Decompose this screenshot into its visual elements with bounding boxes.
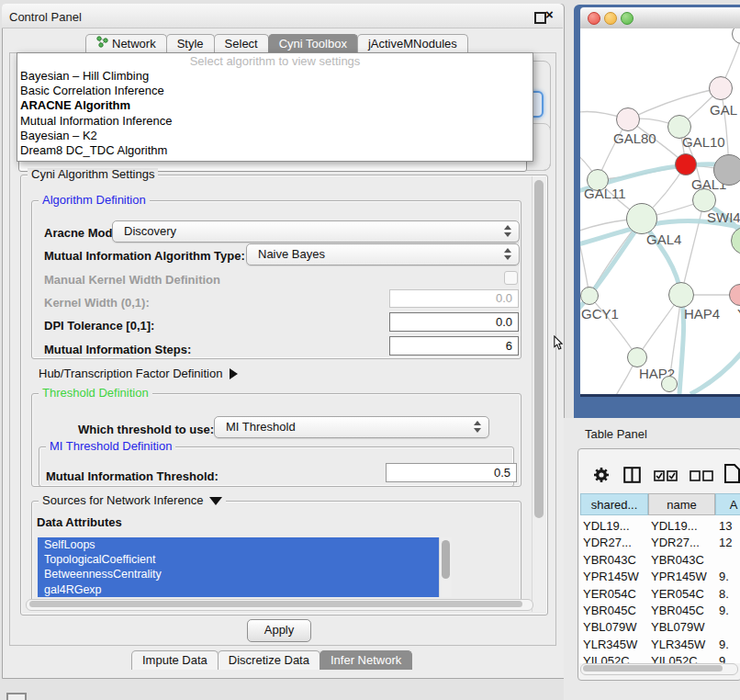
tab-label: Discretize Data	[229, 651, 309, 670]
network-node-unlabeled[interactable]	[661, 376, 678, 392]
collapse-triangle-icon[interactable]	[209, 497, 222, 505]
minimize-traffic-light-icon[interactable]	[604, 12, 617, 25]
table-row[interactable]: YPR145WYPR145W9.	[579, 569, 740, 585]
sources-group-title[interactable]: Sources for Network Inference	[39, 494, 226, 507]
network-node-unlabeled[interactable]	[713, 154, 740, 186]
tab-label: Network	[112, 35, 156, 53]
hub-definition-expander[interactable]: Hub/Transcription Factor Definition	[39, 367, 238, 380]
table-row[interactable]: YDL19...YDL19...13	[579, 518, 740, 535]
export-table-icon[interactable]	[724, 464, 740, 486]
network-window-shadow	[580, 394, 740, 397]
stepper-arrows-icon	[474, 421, 481, 433]
expand-triangle-icon[interactable]	[230, 368, 238, 379]
column-header-shared[interactable]: shared...	[580, 493, 648, 515]
select-all-columns-icon[interactable]	[654, 470, 678, 484]
table-cell: YER054C	[583, 586, 649, 603]
table-row[interactable]: YBL079WYBL079W	[579, 619, 740, 636]
kernel-width-field[interactable]: 0.0	[389, 289, 519, 308]
tab-label: Style	[177, 35, 204, 53]
table-row[interactable]: YIL052CYIL052C9	[579, 653, 740, 663]
aracne-mode-combo[interactable]: Discovery	[112, 220, 520, 243]
table-settings-gear-icon[interactable]	[592, 466, 611, 487]
algorithm-option-aracne-algorithm[interactable]: ARACNE Algorithm	[17, 98, 533, 113]
settings-hscrollbar[interactable]	[26, 599, 533, 611]
table-row[interactable]: YDR27...YDR27...12	[579, 535, 740, 551]
maximize-traffic-light-icon[interactable]	[621, 12, 633, 25]
tab-jactivemnodules[interactable]: jActiveMNodules	[357, 34, 468, 53]
algorithm-option-bayesian-hill-climbing[interactable]: Bayesian – Hill Climbing	[17, 69, 533, 84]
table-cell	[719, 619, 740, 636]
dpi-tolerance-field[interactable]: 0.0	[389, 312, 519, 332]
attribute-item-betweennesscentrality[interactable]: BetweennessCentrality	[38, 567, 439, 581]
network-node-label: GAL80	[613, 130, 656, 146]
bottom-tab-bar: Impute DataDiscretize DataInfer Network	[132, 649, 412, 670]
algorithm-option-mutual-information-inference[interactable]: Mutual Information Inference	[17, 114, 533, 129]
column-header-a[interactable]: A	[715, 493, 740, 515]
mi-type-combo[interactable]: Naive Bayes	[246, 243, 520, 265]
control-panel-titlebar	[2, 4, 563, 28]
algorithm-option-bayesian-k2[interactable]: Bayesian – K2	[17, 129, 533, 143]
network-node-label: GAL4	[646, 231, 681, 247]
split-columns-icon[interactable]	[623, 467, 641, 486]
table-row[interactable]: YBR043CYBR043C	[579, 552, 740, 569]
tab-infer-network[interactable]: Infer Network	[320, 650, 412, 670]
table-cell: YLR345W	[583, 637, 649, 653]
hub-definition-label: Hub/Transcription Factor Definition	[39, 367, 222, 380]
apply-button[interactable]: Apply	[247, 619, 311, 642]
table-cell: YBL079W	[583, 619, 649, 636]
table-cell: YBR043C	[583, 552, 649, 569]
manual-kernel-checkbox[interactable]	[504, 271, 518, 285]
algorithm-popup-prompt: Select algorithm to view settings	[17, 54, 533, 69]
aracne-mode-value: Discovery	[124, 221, 176, 242]
deselect-all-columns-icon[interactable]	[690, 470, 713, 484]
attribute-item-gal4rgexp[interactable]: gal4RGexp	[38, 582, 439, 597]
table-cell: YDR27...	[651, 535, 716, 551]
network-canvas[interactable]: GALGAL80GAL10GAL1GAL11SWI4GAL4GCY1HAP4YH…	[580, 28, 740, 394]
table-row[interactable]: YBR045CYBR045C9.	[579, 603, 740, 619]
algorithm-option-dream8-dc-tdc-algorithm[interactable]: Dream8 DC_TDC Algorithm	[17, 143, 533, 158]
network-node-gal1[interactable]	[675, 153, 697, 175]
tab-label: Infer Network	[331, 651, 401, 670]
tab-style[interactable]: Style	[166, 34, 215, 53]
data-attributes-list: SelfLoopsTopologicalCoefficientBetweenne…	[38, 537, 439, 597]
mi-steps-field[interactable]: 6	[389, 336, 519, 356]
docked-panel-icon[interactable]	[6, 693, 27, 700]
mi-type-label: Mutual Information Algorithm Type:	[44, 249, 245, 263]
network-node-label: GAL11	[584, 186, 626, 201]
table-cell: 9.	[719, 569, 740, 585]
tab-impute-data[interactable]: Impute Data	[131, 650, 219, 670]
table-cell: YPR145W	[583, 569, 649, 585]
network-node-hap4[interactable]	[668, 282, 694, 308]
network-node-gal[interactable]	[709, 76, 733, 100]
settings-scrollbar-thumb[interactable]	[534, 180, 544, 518]
network-node-gcy1[interactable]	[580, 287, 599, 305]
sources-title-label: Sources for Network Inference	[42, 493, 204, 507]
column-header-name[interactable]: name	[648, 493, 715, 515]
cyni-settings-group-title: Cyni Algorithm Settings	[28, 168, 158, 181]
node-table: YDL19...YDL19...13YDR27...YDR27...12YBR0…	[579, 515, 740, 663]
network-node-gal4[interactable]	[626, 203, 657, 234]
attribute-item-selfloops[interactable]: SelfLoops	[38, 537, 439, 552]
tab-discretize-data[interactable]: Discretize Data	[218, 650, 320, 670]
tab-cyni-toolbox[interactable]: Cyni Toolbox	[268, 34, 358, 53]
tab-network[interactable]: Network	[85, 34, 167, 53]
settings-scrollbar[interactable]	[532, 176, 545, 612]
settings-hscrollbar-thumb[interactable]	[29, 601, 522, 607]
table-hscrollbar-thumb[interactable]	[583, 665, 723, 672]
attributes-scrollbar-thumb[interactable]	[442, 540, 450, 579]
table-row[interactable]: YLR345WYLR345W9.	[579, 637, 740, 653]
algorithm-option-basic-correlation-inference[interactable]: Basic Correlation Inference	[17, 84, 533, 98]
which-threshold-combo[interactable]: MI Threshold	[214, 416, 489, 438]
network-node-hap2[interactable]	[627, 347, 647, 367]
close-icon[interactable]: ×	[545, 6, 554, 22]
tab-select[interactable]: Select	[214, 34, 269, 53]
table-row[interactable]: YER054CYER054C8.	[579, 586, 740, 603]
mi-threshold-field[interactable]: 0.5	[386, 463, 517, 482]
table-hscrollbar[interactable]	[580, 663, 738, 675]
close-traffic-light-icon[interactable]	[588, 12, 600, 25]
network-node-gal80[interactable]	[616, 107, 640, 131]
attributes-scrollbar[interactable]	[439, 537, 452, 597]
network-node-label: GCY1	[581, 306, 619, 322]
attribute-item-topologicalcoefficient[interactable]: TopologicalCoefficient	[38, 552, 439, 567]
network-window-titlebar[interactable]	[580, 7, 740, 29]
